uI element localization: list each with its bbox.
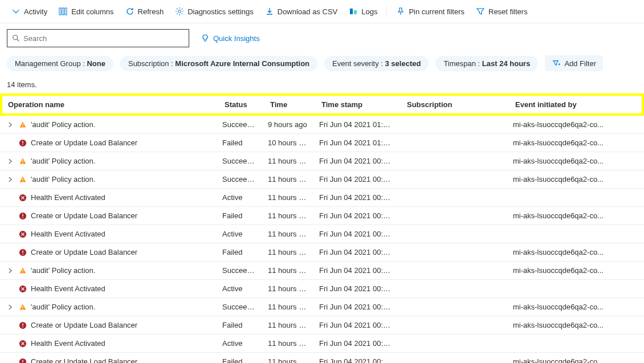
cell-timestamp: Fri Jun 04 2021 00:01:5... bbox=[313, 355, 399, 363]
cell-initiated-by bbox=[507, 287, 644, 291]
table-row[interactable]: Create or Update Load BalancerFailed11 h… bbox=[0, 316, 644, 335]
pin-button[interactable]: Pin current filters bbox=[392, 5, 469, 18]
cell-time: 11 hours ago bbox=[262, 282, 313, 295]
search-box[interactable] bbox=[7, 29, 189, 47]
table-row[interactable]: Create or Update Load BalancerFailed10 h… bbox=[0, 134, 644, 152]
reset-button[interactable]: Reset filters bbox=[471, 5, 532, 18]
svg-rect-4 bbox=[350, 9, 353, 14]
add-filter-button[interactable]: Add Filter bbox=[545, 55, 603, 71]
expand-toggle[interactable] bbox=[6, 158, 15, 165]
cell-initiated-by: mi-aks-lsuoccqde6qa2-co... bbox=[507, 355, 644, 363]
svg-rect-0 bbox=[59, 8, 61, 15]
svg-rect-27 bbox=[22, 306, 23, 308]
search-row: Quick Insights bbox=[0, 23, 644, 53]
cell-subscription bbox=[399, 323, 507, 328]
download-icon bbox=[265, 7, 274, 16]
cell-subscription bbox=[399, 360, 507, 364]
svg-rect-24 bbox=[22, 270, 23, 272]
expand-toggle[interactable] bbox=[6, 267, 15, 274]
expand-toggle[interactable] bbox=[6, 304, 15, 311]
operation-name: Create or Update Load Balancer bbox=[31, 321, 137, 329]
svg-rect-18 bbox=[22, 214, 23, 216]
cell-status: Succeeded bbox=[217, 154, 262, 168]
refresh-label: Refresh bbox=[138, 7, 164, 16]
cell-subscription bbox=[399, 287, 507, 291]
table-row[interactable]: Create or Update Load BalancerFailed11 h… bbox=[0, 243, 644, 262]
svg-rect-23 bbox=[22, 254, 23, 254]
status-icon bbox=[18, 193, 27, 202]
table-row[interactable]: 'audit' Policy action.Succeeded11 hours … bbox=[0, 152, 644, 170]
cell-timestamp: Fri Jun 04 2021 00:12:2... bbox=[313, 282, 399, 295]
cell-timestamp: Fri Jun 04 2021 00:39:5... bbox=[313, 173, 399, 186]
svg-rect-31 bbox=[22, 327, 23, 327]
cell-subscription bbox=[399, 141, 507, 145]
cell-initiated-by: mi-aks-lsuoccqde6qa2-co... bbox=[507, 246, 644, 259]
col-operation[interactable]: Operation name bbox=[2, 96, 219, 113]
cell-subscription bbox=[399, 341, 507, 346]
filter-severity[interactable]: Event severity : 3 selected bbox=[324, 56, 429, 71]
filter-subscription[interactable]: Subscription : Microsoft Azure Internal … bbox=[120, 56, 317, 71]
table-row[interactable]: 'audit' Policy action.Succeeded11 hours … bbox=[0, 298, 644, 316]
table-row[interactable]: Create or Update Load BalancerFailed11 h… bbox=[0, 353, 644, 363]
svg-rect-10 bbox=[22, 141, 23, 143]
cell-timestamp: Fri Jun 04 2021 00:12:2... bbox=[313, 300, 399, 313]
filter-management-group[interactable]: Management Group : None bbox=[7, 56, 113, 71]
cell-timestamp: Fri Jun 04 2021 01:45:3... bbox=[313, 118, 399, 131]
quick-insights-link[interactable]: Quick Insights bbox=[201, 34, 260, 43]
refresh-button[interactable]: Refresh bbox=[121, 5, 169, 18]
svg-rect-30 bbox=[22, 323, 23, 325]
edit-columns-button[interactable]: Edit columns bbox=[54, 5, 118, 18]
svg-rect-15 bbox=[22, 181, 23, 181]
col-time[interactable]: Time bbox=[264, 96, 316, 113]
operation-name: Health Event Activated bbox=[31, 339, 105, 348]
refresh-icon bbox=[125, 7, 134, 16]
items-count: 14 items. bbox=[0, 78, 644, 93]
quick-insights-label: Quick Insights bbox=[213, 34, 260, 43]
svg-rect-11 bbox=[22, 144, 23, 145]
download-button[interactable]: Download as CSV bbox=[260, 5, 343, 18]
activity-dropdown[interactable]: Activity bbox=[7, 5, 52, 18]
table-row[interactable]: Health Event ActivatedActive11 hours ago… bbox=[0, 225, 644, 243]
col-status[interactable]: Status bbox=[219, 96, 264, 113]
cell-subscription bbox=[399, 214, 507, 218]
status-icon bbox=[18, 157, 27, 166]
svg-rect-5 bbox=[354, 10, 357, 14]
cell-time: 11 hours ago bbox=[262, 209, 313, 222]
col-subscription[interactable]: Subscription bbox=[401, 96, 510, 113]
svg-rect-8 bbox=[22, 126, 23, 127]
operation-name: Create or Update Load Balancer bbox=[31, 357, 137, 363]
svg-rect-2 bbox=[65, 8, 67, 15]
filter-timespan[interactable]: Timespan : Last 24 hours bbox=[435, 56, 538, 71]
svg-rect-28 bbox=[22, 308, 23, 309]
diagnostics-button[interactable]: Diagnostics settings bbox=[170, 5, 258, 18]
table-row[interactable]: Health Event ActivatedActive11 hours ago… bbox=[0, 189, 644, 207]
cell-timestamp: Fri Jun 04 2021 00:21:0... bbox=[313, 264, 399, 277]
expand-toggle[interactable] bbox=[6, 121, 15, 128]
cell-initiated-by: mi-aks-lsuoccqde6qa2-co... bbox=[507, 118, 644, 131]
cell-status: Succeeded bbox=[217, 118, 262, 131]
cell-initiated-by: mi-aks-lsuoccqde6qa2-co... bbox=[507, 154, 644, 168]
table-row[interactable]: Health Event ActivatedActive11 hours ago… bbox=[0, 280, 644, 298]
cell-initiated-by: mi-aks-lsuoccqde6qa2-co... bbox=[507, 264, 644, 277]
table-row[interactable]: Health Event ActivatedActive11 hours ago… bbox=[0, 335, 644, 353]
table-row[interactable]: 'audit' Policy action.Succeeded11 hours … bbox=[0, 170, 644, 189]
col-timestamp[interactable]: Time stamp bbox=[316, 96, 401, 113]
search-input[interactable] bbox=[23, 34, 184, 43]
expand-toggle[interactable] bbox=[6, 176, 15, 183]
table-row[interactable]: Create or Update Load BalancerFailed11 h… bbox=[0, 207, 644, 225]
cell-timestamp: Fri Jun 04 2021 00:28:2... bbox=[313, 246, 399, 259]
table-row[interactable]: 'audit' Policy action.Succeeded11 hours … bbox=[0, 262, 644, 280]
cell-status: Succeeded bbox=[217, 173, 262, 186]
filter-add-icon bbox=[552, 59, 561, 68]
pin-icon bbox=[396, 7, 405, 16]
col-initiated-by[interactable]: Event initiated by bbox=[510, 96, 642, 113]
table-row[interactable]: 'audit' Policy action.Succeeded9 hours a… bbox=[0, 116, 644, 134]
operation-name: 'audit' Policy action. bbox=[31, 120, 95, 129]
diagnostics-label: Diagnostics settings bbox=[188, 7, 254, 16]
search-icon bbox=[12, 34, 20, 42]
operation-name: Health Event Activated bbox=[31, 284, 105, 293]
status-icon bbox=[18, 357, 27, 364]
logs-button[interactable]: Logs bbox=[344, 5, 382, 18]
columns-icon bbox=[59, 7, 68, 16]
filter-row: Management Group : None Subscription : M… bbox=[0, 53, 644, 78]
